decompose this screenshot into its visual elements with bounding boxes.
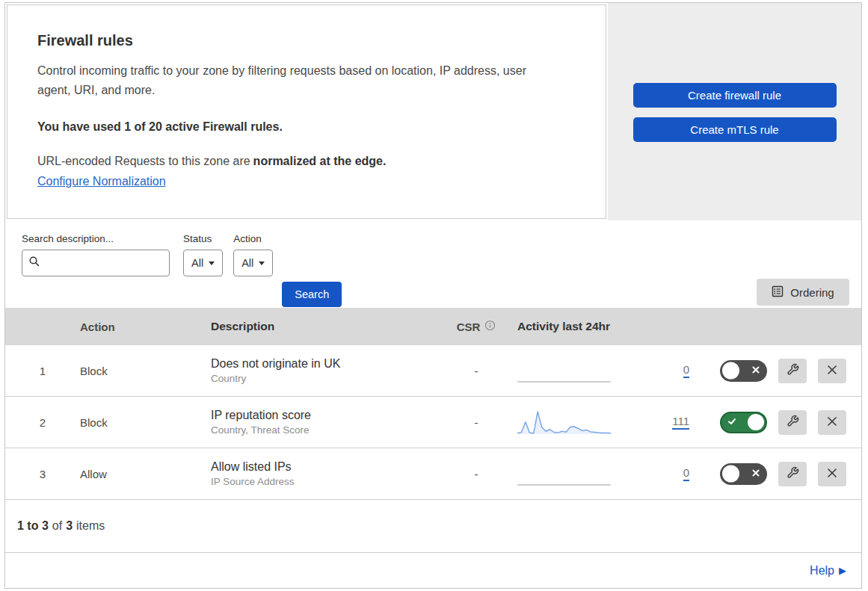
rule-controls xyxy=(689,359,846,383)
table-header-row: Action Description CSR Activity last 24h… xyxy=(5,308,861,345)
activity-sparkline xyxy=(517,409,611,436)
rule-description-title: Does not originate in UK xyxy=(211,357,435,371)
toggle-check-icon xyxy=(727,415,736,429)
top-section: Firewall rules Control incoming traffic … xyxy=(5,3,861,220)
wrench-icon xyxy=(787,363,799,378)
rule-enabled-toggle[interactable] xyxy=(720,412,767,433)
items-range: 1 to 3 xyxy=(17,519,49,533)
rule-fields: Country, Threat Score xyxy=(211,424,435,436)
table-row: 1 Block Does not originate in UK Country… xyxy=(5,345,861,397)
header-description: Description xyxy=(211,320,435,333)
header-action: Action xyxy=(80,321,211,333)
toggle-knob xyxy=(748,414,764,430)
close-icon xyxy=(827,468,837,480)
create-mtls-rule-button[interactable]: Create mTLS rule xyxy=(633,117,837,142)
filter-bar: Search description... Status All Action … xyxy=(5,220,861,308)
rule-action: Allow xyxy=(80,468,211,480)
table-row: 2 Block IP reputation score Country, Thr… xyxy=(5,397,861,448)
status-label: Status xyxy=(183,233,223,244)
rule-controls xyxy=(689,410,846,435)
table-row: 3 Allow Allow listed IPs IP Source Addre… xyxy=(5,448,861,500)
rule-priority: 2 xyxy=(5,416,80,429)
help-label: Help xyxy=(810,564,834,578)
rule-action: Block xyxy=(80,416,211,429)
search-button[interactable]: Search xyxy=(282,282,342,307)
toggle-x-icon xyxy=(751,467,760,480)
items-total: 3 xyxy=(66,519,73,533)
search-box xyxy=(22,250,170,276)
activity-count-link[interactable]: 0 xyxy=(683,363,689,378)
status-value: All xyxy=(191,257,203,269)
activity-sparkline xyxy=(517,460,611,487)
chevron-down-icon xyxy=(259,262,265,265)
items-label: items xyxy=(76,519,105,533)
header-csr-label: CSR xyxy=(457,321,481,333)
wrench-icon xyxy=(787,415,799,430)
intro-card: Firewall rules Control incoming traffic … xyxy=(7,4,606,219)
edit-rule-button[interactable] xyxy=(778,462,807,486)
rule-fields: Country xyxy=(211,373,435,384)
pagination-summary: 1 to 3 of 3 items xyxy=(5,500,861,552)
rule-activity: 0 xyxy=(517,357,689,384)
usage-notice: You have used 1 of 20 active Firewall ru… xyxy=(37,120,576,134)
activity-count-link[interactable]: 0 xyxy=(683,466,689,481)
action-dropdown[interactable]: All xyxy=(233,250,273,276)
toggle-knob xyxy=(722,465,739,483)
edit-rule-button[interactable] xyxy=(778,410,807,435)
header-activity: Activity last 24hr xyxy=(517,320,689,333)
rule-activity: 0 xyxy=(517,460,689,487)
rule-csr-value: - xyxy=(435,365,517,377)
rule-csr-value: - xyxy=(435,468,517,480)
close-icon xyxy=(827,365,837,377)
help-arrow-icon: ▶ xyxy=(839,565,846,576)
rule-enabled-toggle[interactable] xyxy=(720,360,767,382)
chevron-down-icon xyxy=(209,262,215,265)
normalization-prefix: URL-encoded Requests to this zone are xyxy=(37,155,250,167)
rule-fields: IP Source Address xyxy=(211,476,435,487)
page-description: Control incoming traffic to your zone by… xyxy=(37,61,553,101)
help-bar: Help ▶ xyxy=(5,552,861,588)
search-input[interactable] xyxy=(45,257,163,269)
create-firewall-rule-button[interactable]: Create firewall rule xyxy=(633,83,837,108)
header-csr: CSR xyxy=(435,320,517,333)
toggle-x-icon xyxy=(751,364,760,377)
rule-description-title: IP reputation score xyxy=(211,409,435,422)
rule-enabled-toggle[interactable] xyxy=(720,463,767,485)
normalization-note: URL-encoded Requests to this zone arenor… xyxy=(37,155,576,168)
rule-description: Allow listed IPs IP Source Address xyxy=(211,460,435,487)
normalization-bold: normalized at the edge. xyxy=(253,155,387,167)
ordering-list-icon xyxy=(772,285,784,300)
activity-count-link[interactable]: 111 xyxy=(672,415,689,430)
action-value: All xyxy=(241,257,253,269)
ordering-button[interactable]: Ordering xyxy=(757,279,849,306)
rule-action: Block xyxy=(80,365,211,377)
activity-sparkline xyxy=(517,357,611,384)
search-label: Search description... xyxy=(22,233,170,244)
info-icon[interactable] xyxy=(484,320,496,333)
rule-csr-value: - xyxy=(435,416,517,429)
ordering-button-label: Ordering xyxy=(790,286,834,299)
rule-priority: 3 xyxy=(5,468,80,480)
action-label: Action xyxy=(233,233,273,244)
wrench-icon xyxy=(787,466,799,481)
configure-normalization-link[interactable]: Configure Normalization xyxy=(37,175,166,188)
search-icon xyxy=(28,256,40,270)
help-link[interactable]: Help ▶ xyxy=(810,564,846,578)
items-of: of xyxy=(52,519,62,533)
delete-rule-button[interactable] xyxy=(818,359,846,383)
rule-description: Does not originate in UK Country xyxy=(211,357,435,384)
firewall-rules-page: Firewall rules Control incoming traffic … xyxy=(4,2,862,589)
delete-rule-button[interactable] xyxy=(818,462,846,486)
status-dropdown[interactable]: All xyxy=(183,250,223,276)
close-icon xyxy=(827,416,837,429)
delete-rule-button[interactable] xyxy=(818,410,846,435)
rule-controls xyxy=(689,462,846,486)
toggle-knob xyxy=(722,362,739,380)
rule-description: IP reputation score Country, Threat Scor… xyxy=(211,409,435,436)
edit-rule-button[interactable] xyxy=(778,359,807,383)
rules-table: Action Description CSR Activity last 24h… xyxy=(5,308,861,500)
rule-priority: 1 xyxy=(5,365,80,377)
rule-activity: 111 xyxy=(517,409,689,436)
rule-description-title: Allow listed IPs xyxy=(211,460,435,474)
page-title: Firewall rules xyxy=(37,32,576,49)
